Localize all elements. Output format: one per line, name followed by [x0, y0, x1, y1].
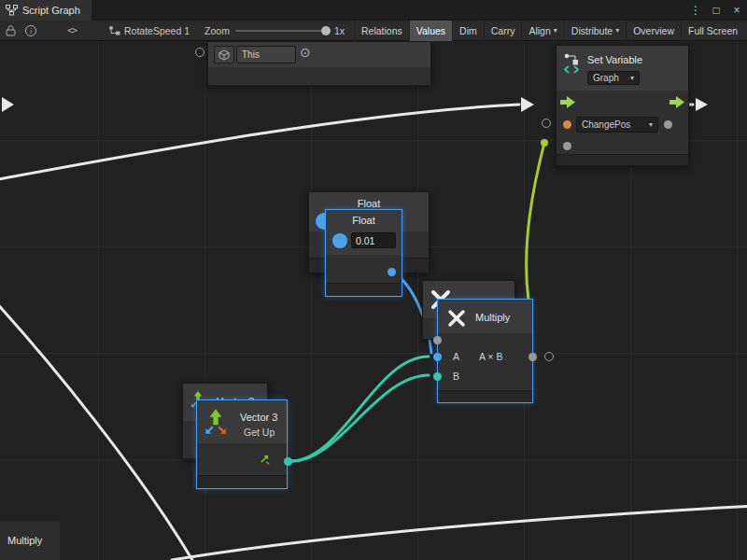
zoom-label: Zoom — [204, 25, 230, 36]
vector3-get-up-node[interactable]: Vector 3 Get Up — [196, 399, 288, 489]
this-node[interactable]: This ⊙ — [207, 41, 431, 86]
input-b-port[interactable] — [433, 372, 442, 381]
input-value-port[interactable] — [563, 142, 571, 150]
inspect-button[interactable]: i — [21, 21, 41, 41]
multiply-node[interactable]: Multiply A A × B B — [437, 299, 533, 403]
variable-name-port[interactable] — [563, 120, 571, 129]
graph-asset-icon — [108, 25, 120, 35]
input-b-label: B — [453, 371, 459, 382]
node-title: Vector 3 — [240, 412, 277, 423]
kebab-menu-icon[interactable]: ⋮ — [685, 4, 706, 17]
zoom-slider[interactable] — [235, 30, 329, 32]
close-icon[interactable]: × — [726, 4, 747, 17]
chevron-down-icon: ▾ — [649, 120, 653, 129]
chevron-down-icon: ▾ — [554, 26, 557, 35]
unity-script-graph-window: Script Graph ⋮ □ × i <> RotateSpeed 1 Zo… — [0, 0, 747, 560]
float-output-port[interactable] — [388, 268, 396, 276]
node-footer — [557, 154, 688, 165]
flow-input-port[interactable] — [195, 48, 204, 57]
title-bar: Script Graph ⋮ □ × — [0, 0, 747, 21]
flow-input-port[interactable] — [560, 96, 575, 110]
flow-wire-arrow — [521, 97, 534, 112]
tab-script-graph[interactable]: Script Graph — [0, 0, 92, 21]
node-title: Float — [326, 215, 402, 226]
output-port[interactable] — [529, 353, 537, 361]
variable-scope-dropdown[interactable]: Graph▾ — [587, 71, 640, 85]
node-title: Multiply — [475, 312, 510, 323]
cube-icon — [218, 49, 230, 61]
edit-graph-button[interactable]: <> — [62, 21, 82, 41]
lock-button[interactable] — [0, 21, 21, 41]
unconnected-port[interactable] — [542, 119, 551, 128]
flow-output-port[interactable] — [669, 96, 684, 110]
relations-button[interactable]: Relations — [354, 21, 409, 41]
output-label: A × B — [479, 351, 502, 362]
vector-output-icon — [259, 453, 271, 467]
vector-value-wire — [291, 375, 429, 461]
set-variable-icon — [563, 52, 582, 77]
flow-wire-arrow — [696, 98, 708, 111]
result-value-wire — [527, 143, 544, 301]
float-node[interactable]: Float — [325, 209, 402, 297]
distribute-dropdown[interactable]: Distribute▾ — [564, 21, 626, 41]
tab-label: Script Graph — [22, 5, 80, 16]
input-a-port[interactable] — [433, 353, 442, 361]
zoom-slider-handle[interactable] — [321, 26, 331, 35]
object-type-button[interactable] — [214, 46, 234, 63]
vector-output-port[interactable] — [284, 457, 292, 466]
node-title: Float — [309, 198, 429, 209]
vector3-icon — [203, 407, 229, 439]
float-value-input[interactable] — [351, 232, 396, 248]
this-label: This — [242, 49, 260, 60]
chevron-down-icon: ▾ — [615, 26, 619, 35]
multiply-icon — [445, 307, 468, 331]
generic-input-port[interactable] — [433, 336, 442, 344]
script-graph-icon — [6, 5, 18, 16]
flow-wire — [0, 105, 519, 181]
set-variable-node[interactable]: Set Variable Graph▾ ChangePos▾ — [556, 45, 689, 166]
node-subtitle: Get Up — [244, 427, 275, 438]
zoom-control: Zoom 1x — [204, 25, 345, 36]
graph-name: RotateSpeed 1 — [124, 25, 190, 36]
node-footer — [197, 475, 287, 488]
wire-end-dot — [541, 139, 548, 147]
vector-value-wire — [291, 357, 429, 461]
node-title: Set Variable — [587, 54, 642, 65]
zoom-value: 1x — [334, 25, 345, 36]
breadcrumb[interactable]: RotateSpeed 1 — [108, 25, 190, 36]
input-a-label: A — [453, 351, 459, 362]
flow-wire — [172, 506, 747, 560]
overview-button[interactable]: Overview — [626, 21, 681, 41]
node-footer — [326, 283, 402, 296]
variable-name-dropdown[interactable]: ChangePos▾ — [576, 117, 658, 133]
this-object-field[interactable]: This — [236, 46, 296, 63]
maximize-icon[interactable]: □ — [706, 4, 726, 17]
full-screen-button[interactable]: Full Screen — [681, 21, 744, 41]
float-icon — [332, 233, 347, 248]
unconnected-output-port[interactable] — [544, 352, 554, 361]
output-value-port[interactable] — [664, 120, 672, 129]
dim-button[interactable]: Dim — [452, 21, 484, 41]
align-dropdown[interactable]: Align▾ — [521, 21, 563, 41]
float-value-wrap — [351, 232, 396, 248]
hovered-node-label: Multiply — [0, 521, 60, 560]
flow-wire-arrow — [2, 97, 14, 112]
graph-canvas[interactable]: This ⊙ Set Variable Graph▾ — [0, 41, 747, 560]
carry-button[interactable]: Carry — [484, 21, 522, 41]
values-button[interactable]: Values — [409, 21, 452, 41]
info-icon: i — [25, 25, 36, 36]
graph-toolbar: i <> RotateSpeed 1 Zoom 1x Relations Val… — [0, 21, 747, 41]
node-footer — [438, 390, 532, 402]
target-picker-icon[interactable]: ⊙ — [300, 45, 311, 60]
chevron-down-icon: ▾ — [630, 74, 634, 82]
lock-icon — [6, 25, 16, 36]
toolbar-buttons: Relations Values Dim Carry Align▾ Distri… — [354, 21, 744, 41]
code-icon: <> — [67, 25, 77, 35]
